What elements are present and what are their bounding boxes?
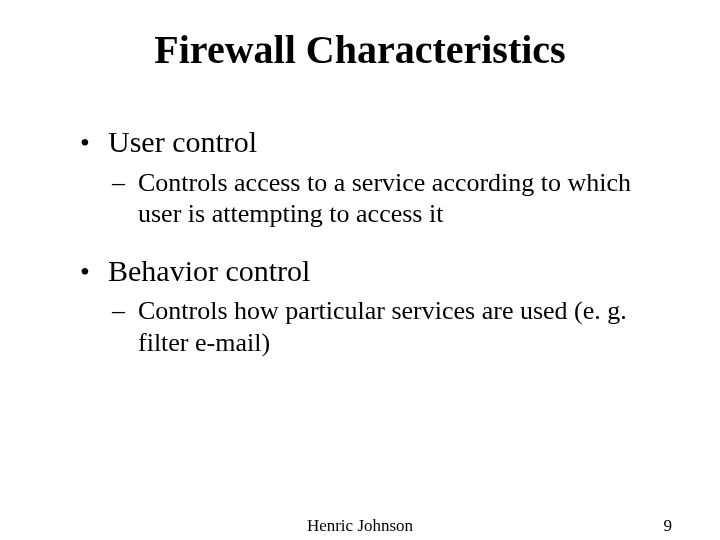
- footer-page-number: 9: [664, 516, 673, 536]
- slide-content: User control Controls access to a servic…: [0, 123, 720, 359]
- bullet-user-control: User control: [80, 123, 660, 161]
- slide: Firewall Characteristics User control Co…: [0, 0, 720, 540]
- subbullet-user-control: Controls access to a service according t…: [80, 167, 660, 230]
- footer-author: Henric Johnson: [307, 516, 413, 536]
- bullet-behavior-control: Behavior control: [80, 252, 660, 290]
- subbullet-behavior-control: Controls how particular services are use…: [80, 295, 660, 358]
- slide-title: Firewall Characteristics: [0, 26, 720, 73]
